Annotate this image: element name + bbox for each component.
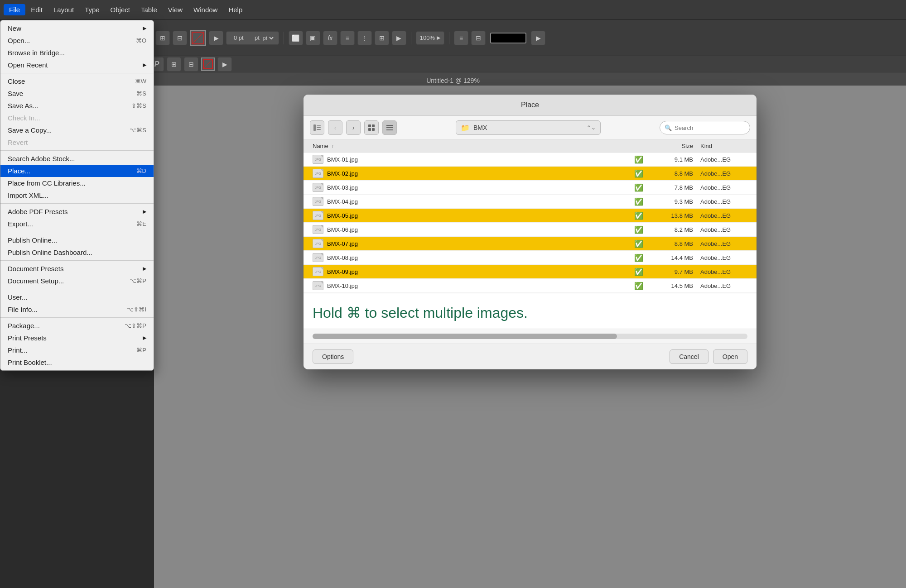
menu-item-2-0[interactable]: Search Adobe Stock... [0,153,154,165]
menu-item-4-0[interactable]: Publish Online... [0,234,154,246]
menu-item-7-2[interactable]: Print... ⌘P [0,344,154,356]
menu-type[interactable]: Type [79,4,105,15]
distribute2-btn[interactable]: ⋮ [357,31,372,45]
sidebar-toggle-btn[interactable] [310,120,324,135]
gap-btn[interactable]: ⊟ [184,57,198,72]
folder-selector[interactable]: 📁 BMX ⌃⌄ [456,120,601,135]
file-menu-dropdown: New ▶ Open... ⌘O Browse in Bridge... Ope… [0,20,154,371]
percent-value: 100% [420,34,435,41]
menu-item-1-5: Revert [0,136,154,148]
menu-item-2-1[interactable]: Place... ⌘D [0,165,154,177]
menu-edit[interactable]: Edit [25,4,48,15]
file-row[interactable]: JPG BMX-09.jpg ✅ 9.7 MB Adobe...EG [304,265,757,279]
fx-btn[interactable]: fx [323,31,337,45]
hint-area: Hold ⌘ to select multiple images. [304,293,757,329]
menu-layout[interactable]: Layout [48,4,79,15]
file-row[interactable]: JPG BMX-06.jpg ✅ 8.2 MB Adobe...EG [304,223,757,237]
menu-file[interactable]: File [4,4,25,15]
col-name-header[interactable]: Name ↑ [313,143,630,149]
file-row[interactable]: JPG BMX-10.jpg ✅ 14.5 MB Adobe...EG [304,279,757,293]
svg-rect-5 [372,124,375,127]
align2-btn[interactable]: ≡ [340,31,355,45]
stroke-arrow[interactable]: ▶ [209,31,223,45]
file-name-2: BMX-03.jpg [327,184,630,191]
nav-forward-btn[interactable]: › [346,120,361,135]
file-icon-2: JPG [313,183,323,192]
distribute-btn[interactable]: ⊟ [173,31,187,45]
menu-item-7-1[interactable]: Print Presets ▶ [0,332,154,344]
pt-select[interactable]: pt [261,35,275,41]
svg-rect-8 [386,125,393,126]
arrow2-btn[interactable]: ▶ [531,31,545,45]
menu-object[interactable]: Object [105,4,135,15]
cancel-button[interactable]: Cancel [670,349,708,364]
align4-btn[interactable]: ⊟ [471,31,486,45]
file-row[interactable]: JPG BMX-08.jpg ✅ 14.4 MB Adobe...EG [304,251,757,265]
menu-item-4-1[interactable]: Publish Online Dashboard... [0,246,154,258]
search-input[interactable] [675,124,745,131]
menu-item-2-2[interactable]: Place from CC Libraries... [0,177,154,189]
col-size-header[interactable]: Size [648,143,693,149]
menu-item-1-1[interactable]: Save ⌘S [0,87,154,100]
list-view-btn[interactable] [382,120,397,135]
align3-btn[interactable]: ≡ [454,31,468,45]
file-row[interactable]: JPG BMX-01.jpg ✅ 9.1 MB Adobe...EG [304,153,757,167]
file-row[interactable]: JPG BMX-03.jpg ✅ 7.8 MB Adobe...EG [304,181,757,195]
arrange-btn[interactable]: ⊞ [155,31,170,45]
menu-item-1-4[interactable]: Save a Copy... ⌥⌘S [0,124,154,136]
file-row[interactable]: JPG BMX-02.jpg ✅ 8.8 MB Adobe...EG [304,167,757,181]
search-icon: 🔍 [665,124,672,131]
grid-view-btn[interactable] [364,120,379,135]
menu-window[interactable]: Window [188,4,223,15]
sort-arrow: ↑ [332,144,334,149]
menu-item-2-3[interactable]: Import XML... [0,189,154,201]
menu-label-7-0: Package... [8,322,106,330]
file-row[interactable]: JPG BMX-05.jpg ✅ 13.8 MB Adobe...EG [304,209,757,223]
menu-item-7-0[interactable]: Package... ⌥⇧⌘P [0,320,154,332]
menu-item-1-2[interactable]: Save As... ⇧⌘S [0,100,154,112]
file-kind-1: Adobe...EG [693,170,747,177]
menu-label-0-3: Open Recent [8,61,121,69]
menu-item-5-1[interactable]: Document Setup... ⌥⌘P [0,275,154,287]
dropdown-menu: New ▶ Open... ⌘O Browse in Bridge... Ope… [0,20,154,371]
menu-item-1-0[interactable]: Close ⌘W [0,75,154,87]
menu-view[interactable]: View [163,4,188,15]
file-check-4: ✅ [630,211,648,220]
fill-color[interactable] [201,57,215,71]
menu-arrow-5-0: ▶ [143,266,146,272]
fill-arrow[interactable]: ▶ [217,57,232,72]
arrange2-btn[interactable]: ⊞ [167,57,181,72]
options-button[interactable]: Options [313,349,353,364]
file-icon-9: JPG [313,281,323,290]
menu-item-5-0[interactable]: Document Presets ▶ [0,263,154,275]
menu-help[interactable]: Help [223,4,248,15]
file-check-3: ✅ [630,197,648,206]
stroke-color[interactable] [190,30,206,46]
col-kind-header[interactable]: Kind [693,143,747,149]
content-btn[interactable]: ▣ [306,31,320,45]
file-row[interactable]: JPG BMX-04.jpg ✅ 9.3 MB Adobe...EG [304,195,757,209]
menu-item-0-1[interactable]: Open... ⌘O [0,34,154,47]
menu-item-0-3[interactable]: Open Recent ▶ [0,59,154,71]
grid-btn[interactable]: ⊞ [375,31,389,45]
color-swatch[interactable] [490,33,526,43]
menu-item-7-3[interactable]: Print Booklet... [0,356,154,368]
menu-item-0-2[interactable]: Browse in Bridge... [0,47,154,59]
menu-item-1-3: Check In... [0,112,154,124]
menu-item-6-1[interactable]: File Info... ⌥⇧⌘I [0,303,154,316]
scroll-track[interactable] [313,334,747,339]
menu-item-0-0[interactable]: New ▶ [0,22,154,34]
nav-back-btn[interactable]: ‹ [328,120,342,135]
menu-item-3-0[interactable]: Adobe PDF Presets ▶ [0,206,154,218]
open-button[interactable]: Open [713,349,747,364]
frame-btn[interactable]: ⬜ [289,31,303,45]
arrow-btn[interactable]: ▶ [392,31,406,45]
dialog-title: Place [304,95,757,116]
menu-item-6-0[interactable]: User... [0,291,154,303]
pt-input[interactable] [230,31,253,45]
menu-divider-2 [0,203,154,204]
menu-table[interactable]: Table [135,4,163,15]
menu-item-3-1[interactable]: Export... ⌘E [0,218,154,230]
file-row[interactable]: JPG BMX-07.jpg ✅ 8.8 MB Adobe...EG [304,237,757,251]
scroll-thumb[interactable] [313,334,617,339]
